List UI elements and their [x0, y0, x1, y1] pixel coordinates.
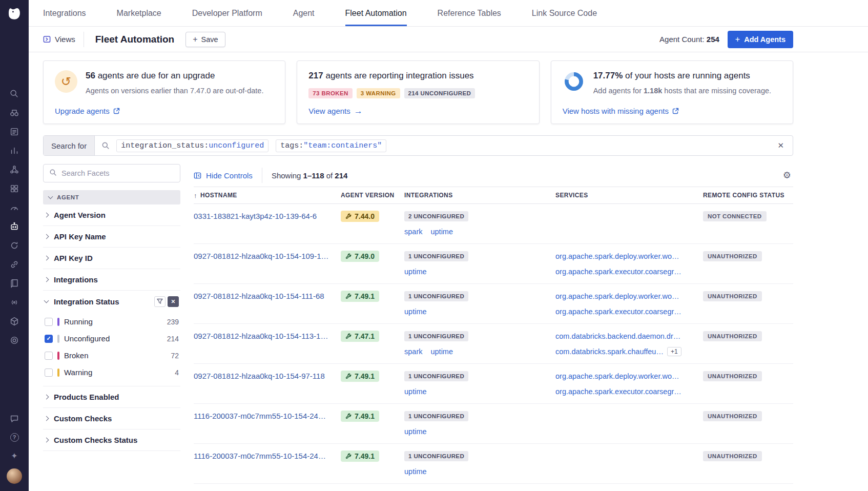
remote-config-status-badge: NOT CONNECTED — [703, 211, 767, 221]
hostname-link[interactable]: 0927-081812-hlzaa0kq-10-154-111-68 — [194, 292, 324, 300]
fleet-automation-icon[interactable] — [9, 221, 20, 232]
checkbox[interactable]: ✓ — [45, 369, 53, 377]
hostname-link[interactable]: 0927-081812-hlzaa0kq-10-154-97-118 — [194, 372, 325, 380]
facet-search-input[interactable] — [61, 169, 174, 177]
monitors-icon[interactable] — [9, 202, 20, 213]
clear-search-button[interactable]: ✕ — [769, 141, 793, 150]
integration-tag-link[interactable]: uptime — [404, 467, 427, 476]
facet-custom-checks-status[interactable]: Custom Checks Status — [43, 429, 180, 451]
dashboards-icon[interactable] — [9, 183, 20, 194]
integration-tag-link[interactable]: uptime — [404, 427, 427, 436]
table-settings-gear-icon[interactable]: ⚙ — [783, 170, 793, 181]
service-link[interactable]: org.apache.spark.deploy.worker.wo… — [555, 372, 679, 380]
view-agents-link[interactable]: View agents → — [308, 98, 362, 115]
tab-fleet-automation[interactable]: Fleet Automation — [345, 0, 407, 26]
views-button[interactable]: Views — [43, 35, 75, 44]
integration-tag-link[interactable]: uptime — [430, 347, 453, 356]
facet-option-unconfigured[interactable]: ✓ Unconfigured 214 — [43, 330, 180, 347]
datadog-logo[interactable] — [5, 4, 24, 24]
tab-developer-platform[interactable]: Developer Platform — [192, 0, 262, 26]
tab-reference-tables[interactable]: Reference Tables — [438, 0, 501, 26]
support-chat-icon[interactable] — [9, 413, 20, 424]
agent-version-badge[interactable]: 7.47.1 — [341, 331, 379, 342]
logs-icon[interactable] — [9, 126, 20, 137]
checkbox[interactable]: ✓ — [45, 318, 53, 326]
agent-version-badge[interactable]: 7.49.1 — [341, 451, 379, 462]
integration-tag-link[interactable]: uptime — [404, 268, 427, 276]
tab-link-source-code[interactable]: Link Source Code — [532, 0, 597, 26]
facet-integrations[interactable]: Integrations — [43, 269, 180, 291]
query-token-tags[interactable]: tags:"team:containers" — [276, 139, 386, 152]
add-agents-button[interactable]: + Add Agents — [728, 31, 793, 48]
facet-api-key-name[interactable]: API Key Name — [43, 226, 180, 248]
settings-target-icon[interactable] — [9, 335, 20, 346]
status-color-bar — [57, 318, 59, 326]
facet-group-agent[interactable]: AGENT — [43, 190, 180, 204]
column-header-agent-version[interactable]: AGENT VERSION — [341, 192, 404, 199]
facet-filter-button[interactable] — [154, 296, 166, 307]
integration-tag-link[interactable]: spark — [404, 228, 422, 236]
metrics-icon[interactable] — [9, 145, 20, 156]
service-link[interactable]: org.apache.spark.executor.coarsegr… — [555, 268, 681, 276]
packages-icon[interactable] — [9, 316, 20, 327]
page-title: Fleet Automation — [95, 34, 174, 45]
facet-agent-version[interactable]: Agent Version — [43, 204, 180, 226]
facet-option-running[interactable]: ✓ Running 239 — [43, 313, 180, 330]
save-view-button[interactable]: + Save — [185, 32, 225, 47]
integration-tag-link[interactable]: uptime — [404, 387, 427, 396]
agent-version-badge[interactable]: 7.49.0 — [341, 251, 379, 262]
hostname-link[interactable]: 0331-183821-kayt3p4z-10-139-64-6 — [194, 212, 317, 220]
integration-tag-link[interactable]: uptime — [404, 308, 427, 316]
upgrade-agents-link[interactable]: Upgrade agents — [55, 98, 120, 115]
tab-agent[interactable]: Agent — [293, 0, 315, 26]
service-link[interactable]: com.databricks.backend.daemon.dr… — [555, 332, 680, 340]
whats-new-icon[interactable]: ✦ — [9, 450, 20, 461]
column-header-hostname[interactable]: ↑ HOSTNAME — [194, 192, 341, 199]
integration-tag-link[interactable]: spark — [404, 347, 422, 356]
query-token-integration-status[interactable]: integration_status:unconfigured — [116, 139, 268, 152]
network-icon[interactable] — [9, 164, 20, 175]
hostname-link[interactable]: 1116-200037-m0c7mm55-10-154-24… — [194, 452, 326, 460]
hostname-link[interactable]: 0927-081812-hlzaa0kq-10-154-113-1… — [194, 332, 328, 340]
checkbox-checked[interactable]: ✓ — [45, 335, 53, 343]
facet-custom-checks[interactable]: Custom Checks — [43, 408, 180, 429]
service-link[interactable]: org.apache.spark.executor.coarsegr… — [555, 308, 681, 316]
rum-broadcast-icon[interactable] — [9, 297, 20, 308]
facet-products-enabled[interactable]: Products Enabled — [43, 386, 180, 408]
search-bar[interactable]: Search for integration_status:unconfigur… — [43, 135, 793, 156]
ci-pipeline-icon[interactable] — [9, 240, 20, 251]
integration-tag-link[interactable]: uptime — [430, 228, 453, 236]
user-avatar[interactable] — [7, 468, 22, 484]
agent-version-badge[interactable]: 7.49.1 — [341, 291, 379, 302]
view-missing-hosts-link[interactable]: View hosts with missing agents — [563, 98, 679, 115]
facet-option-broken[interactable]: ✓ Broken 72 — [43, 347, 180, 364]
hostname-link[interactable]: 1116-200037-m0c7mm55-10-154-24… — [194, 412, 326, 420]
divider — [262, 168, 262, 183]
column-header-services[interactable]: SERVICES — [555, 192, 703, 199]
apm-link-icon[interactable] — [9, 259, 20, 270]
service-link[interactable]: org.apache.spark.deploy.worker.wo… — [555, 252, 679, 260]
service-link[interactable]: org.apache.spark.executor.coarsegr… — [555, 387, 681, 396]
hide-controls-button[interactable]: Hide Controls — [194, 171, 253, 180]
tab-integrations[interactable]: Integrations — [43, 0, 86, 26]
checkbox[interactable]: ✓ — [45, 352, 53, 360]
tab-marketplace[interactable]: Marketplace — [117, 0, 161, 26]
search-icon[interactable] — [9, 88, 20, 99]
notebooks-icon[interactable] — [9, 278, 20, 289]
service-link[interactable]: org.apache.spark.deploy.worker.wo… — [555, 292, 679, 300]
agent-version-badge[interactable]: 7.49.1 — [341, 411, 379, 422]
service-link[interactable]: com.databricks.spark.chauffeu… — [555, 347, 664, 356]
column-header-remote-config-status[interactable]: REMOTE CONFIG STATUS — [703, 192, 793, 199]
help-icon[interactable]: ? — [9, 432, 20, 443]
agent-version-badge[interactable]: 7.49.1 — [341, 371, 379, 382]
watchdog-icon[interactable] — [9, 107, 20, 118]
facet-api-key-id[interactable]: API Key ID — [43, 248, 180, 269]
search-magnifier-icon — [101, 141, 110, 150]
facet-clear-filter-button[interactable]: ✕ — [168, 296, 179, 307]
agent-version-badge[interactable]: 7.44.0 — [341, 211, 379, 222]
more-services-badge[interactable]: +1 — [667, 347, 681, 356]
facet-option-warning[interactable]: ✓ Warning 4 — [43, 364, 180, 381]
hostname-link[interactable]: 0927-081812-hlzaa0kq-10-154-109-1… — [194, 252, 329, 260]
column-header-integrations[interactable]: INTEGRATIONS — [404, 192, 555, 199]
facet-integration-status[interactable]: Integration Status ✕ — [43, 291, 180, 312]
